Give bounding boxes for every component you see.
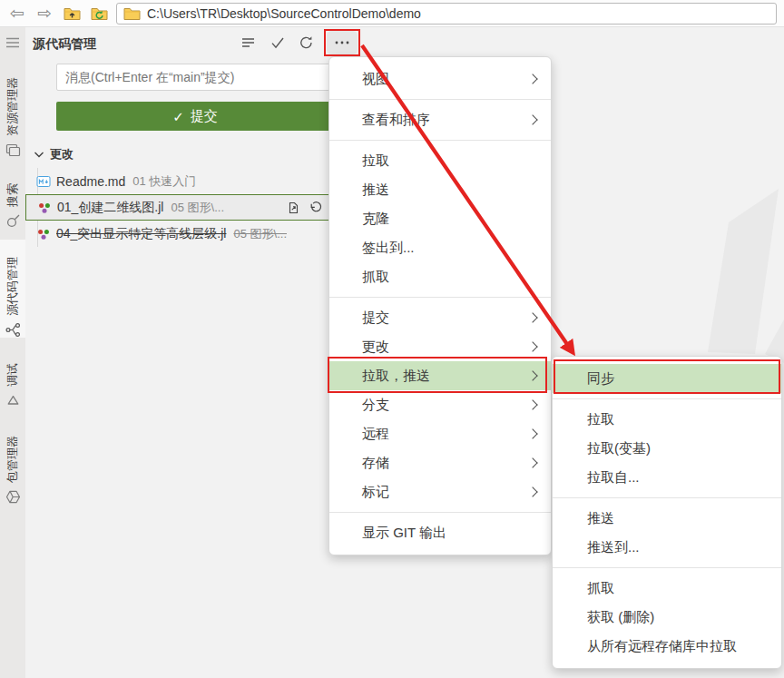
source-control-panel: 源代码管理 ✓ 提交 更改 Readme.md01 快速入门01_创建二维线图.… xyxy=(25,27,352,678)
menu-item-label: 推送 xyxy=(587,510,614,527)
chevron-right-icon xyxy=(527,457,537,467)
menu-item[interactable]: 推送 xyxy=(553,504,781,533)
menu-item-label: 拉取 xyxy=(587,411,614,428)
menu-item[interactable]: 拉取，推送 xyxy=(329,361,551,390)
file-description: 05 图形\... xyxy=(233,226,287,242)
menu-item-label: 拉取自... xyxy=(587,469,640,486)
folder-refresh-button[interactable] xyxy=(89,4,109,24)
menu-item-label: 克隆 xyxy=(362,211,389,228)
panel-title: 源代码管理 xyxy=(33,36,96,53)
forward-button[interactable]: ⇨ xyxy=(34,4,54,24)
menu-item-label: 更改 xyxy=(362,339,389,356)
hamburger-icon[interactable] xyxy=(5,36,20,49)
menu-item[interactable]: 推送到... xyxy=(553,533,781,562)
activity-item-label: 资源管理器 xyxy=(5,77,21,136)
chevron-right-icon xyxy=(527,341,537,351)
top-toolbar: ⇦⇨ C:\Users\TR\Desktop\SourceControlDemo… xyxy=(0,0,784,27)
menu-item[interactable]: 更改 xyxy=(329,332,551,361)
view-list-button[interactable] xyxy=(240,33,258,53)
activity-item-files[interactable]: 资源管理器 xyxy=(0,60,25,158)
menu-item[interactable]: 推送 xyxy=(329,175,551,204)
menu-item[interactable]: 签出到... xyxy=(329,233,551,262)
menu-item-label: 同步 xyxy=(587,370,614,388)
menu-item[interactable]: 查看和排序 xyxy=(329,105,551,134)
menu-item[interactable]: 标记 xyxy=(329,477,551,506)
menu-item[interactable]: 提交 xyxy=(329,303,551,332)
menu-item[interactable]: 获取 (删除) xyxy=(553,603,781,632)
activity-bar: 资源管理器搜索源代码管理调试包管理器 xyxy=(0,27,25,678)
panel-header-actions xyxy=(240,29,358,56)
activity-item-debug[interactable]: 调试 xyxy=(0,349,25,408)
menu-item[interactable]: 存储 xyxy=(329,448,551,477)
menu-item[interactable]: 视图 xyxy=(329,64,551,93)
activity-bar-items: 资源管理器搜索源代码管理调试包管理器 xyxy=(0,60,25,516)
package-icon xyxy=(5,489,21,505)
menu-item[interactable]: 克隆 xyxy=(329,204,551,233)
julia-file-icon xyxy=(37,201,52,215)
chevron-right-icon xyxy=(527,312,537,322)
discard-button[interactable] xyxy=(309,201,323,215)
check-icon: ✓ xyxy=(172,110,184,123)
toolbar-buttons: ⇦⇨ xyxy=(7,4,109,24)
refresh-icon xyxy=(299,35,315,50)
menu-item-label: 抓取 xyxy=(587,580,614,597)
open-file-icon xyxy=(286,201,300,215)
commit-button-label: 提交 xyxy=(191,108,218,125)
menu-separator xyxy=(553,497,781,498)
folder-up-button[interactable] xyxy=(62,4,82,24)
menu-item[interactable]: 从所有远程存储库中拉取 xyxy=(553,632,781,661)
menu-separator xyxy=(553,398,781,399)
more-icon xyxy=(334,40,350,45)
forward-icon: ⇨ xyxy=(37,5,52,23)
chevron-right-icon xyxy=(527,428,537,438)
check-button[interactable] xyxy=(269,33,287,53)
activity-item-package[interactable]: 包管理器 xyxy=(0,419,25,505)
menu-item[interactable]: 拉取自... xyxy=(553,463,781,492)
file-row[interactable]: Readme.md01 快速入门 xyxy=(25,168,352,194)
file-row[interactable]: 01_创建二维线图.jl05 图形\... xyxy=(25,194,352,221)
folder-icon xyxy=(123,6,141,21)
search-icon xyxy=(5,213,21,229)
open-file-button[interactable] xyxy=(286,201,300,215)
menu-item-label: 获取 (删除) xyxy=(587,609,654,626)
folder-refresh-icon xyxy=(91,6,108,21)
menu-item-label: 拉取 xyxy=(362,152,389,170)
menu-item-label: 分支 xyxy=(362,397,389,414)
menu-item-label: 远程 xyxy=(362,426,389,443)
menu-separator xyxy=(553,567,781,568)
menu-item[interactable]: 拉取 xyxy=(553,405,781,434)
menu-item-label: 签出到... xyxy=(362,240,415,257)
file-row[interactable]: 04_突出显示特定等高线层级.jl05 图形\... xyxy=(25,221,352,247)
menu-item[interactable]: 抓取 xyxy=(553,574,781,603)
menu-separator xyxy=(329,297,551,298)
commit-button[interactable]: ✓ 提交 xyxy=(56,102,334,131)
changes-section-header[interactable]: 更改 xyxy=(33,143,74,165)
menu-item-label: 存储 xyxy=(362,455,389,472)
menu-item-label: 视图 xyxy=(362,71,389,88)
commit-message-input[interactable] xyxy=(56,64,334,91)
pull-push-submenu: 同步拉取拉取(变基)拉取自...推送推送到...抓取获取 (删除)从所有远程存储… xyxy=(552,356,782,669)
menu-item[interactable]: 拉取(变基) xyxy=(553,434,781,463)
activity-item-label: 调试 xyxy=(5,363,21,387)
files-icon xyxy=(5,142,21,158)
menu-item-label: 查看和排序 xyxy=(362,112,430,129)
more-button[interactable] xyxy=(327,31,358,54)
menu-item[interactable]: 显示 GIT 输出 xyxy=(329,518,551,547)
back-button[interactable]: ⇦ xyxy=(7,4,27,24)
address-bar[interactable]: C:\Users\TR\Desktop\SourceControlDemo\de… xyxy=(116,3,777,25)
activity-item-search[interactable]: 搜索 xyxy=(0,169,25,229)
scm-more-actions-menu: 视图查看和排序拉取推送克隆签出到...抓取提交更改拉取，推送分支远程存储标记显示… xyxy=(328,56,552,555)
menu-item[interactable]: 抓取 xyxy=(329,262,551,291)
menu-separator xyxy=(329,512,551,513)
chevron-right-icon xyxy=(527,370,537,380)
back-icon: ⇦ xyxy=(10,5,24,23)
julia-file-icon xyxy=(36,227,51,241)
menu-item[interactable]: 分支 xyxy=(329,390,551,419)
menu-item[interactable]: 拉取 xyxy=(329,146,551,175)
menu-item-label: 推送 xyxy=(362,182,389,199)
menu-item-label: 显示 GIT 输出 xyxy=(362,525,446,542)
refresh-button[interactable] xyxy=(298,33,316,53)
menu-item[interactable]: 同步 xyxy=(553,364,781,393)
menu-item[interactable]: 远程 xyxy=(329,419,551,448)
activity-item-source-control[interactable]: 源代码管理 xyxy=(0,240,25,338)
